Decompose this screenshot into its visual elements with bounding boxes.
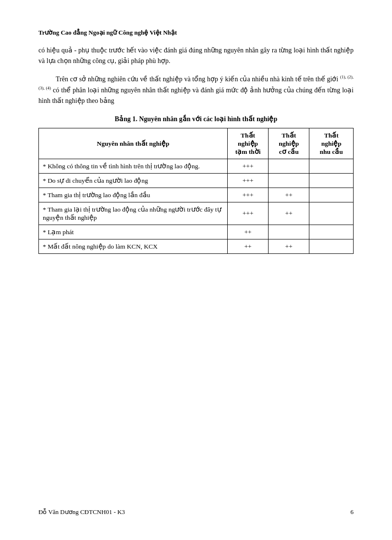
table-row: * Lạm phát++ — [39, 225, 354, 239]
cell-nhu-cau — [309, 239, 354, 254]
cell-co-cau: ++ — [269, 239, 309, 254]
p2-text-start: Trên cơ sở những nghiên cứu về thất nghi… — [56, 75, 340, 82]
col3-line3: cơ cấu — [279, 148, 299, 155]
col4-line2: nghiệp — [321, 140, 342, 147]
footer-left: Đỗ Văn Dương CĐTCNH01 - K3 — [38, 508, 125, 516]
cell-tam-thoi: +++ — [228, 174, 269, 188]
data-table: Nguyên nhân thất nghiệp Thất nghiệp tạm … — [38, 128, 354, 254]
col-header-tam-thoi: Thất nghiệp tạm thời — [228, 128, 269, 159]
table-row: * Tham gia thị trường lao động lần đầu++… — [39, 188, 354, 202]
col2-line1: Thất — [241, 132, 255, 139]
cell-tam-thoi: +++ — [228, 159, 269, 174]
header-title: Trường Cao đẳng Ngoại ngữ Công nghệ Việt… — [38, 29, 354, 37]
col3-line2: nghiệp — [279, 140, 299, 147]
indent-space — [38, 74, 56, 84]
cell-tam-thoi: +++ — [228, 188, 269, 202]
col4-line3: nhu cầu — [319, 148, 343, 155]
cell-co-cau: ++ — [269, 202, 309, 225]
table-body: * Không có thông tin về tình hình trên t… — [39, 159, 354, 254]
cell-co-cau — [269, 225, 309, 239]
cell-co-cau — [269, 159, 309, 174]
table-header-row: Nguyên nhân thất nghiệp Thất nghiệp tạm … — [39, 128, 354, 159]
col-header-nhu-cau: Thất nghiệp nhu cầu — [309, 128, 354, 159]
cell-tam-thoi: +++ — [228, 202, 269, 225]
table-title: Bảng 1. Nguyên nhân gắn với các loại hìn… — [38, 115, 354, 123]
p2-text-end: có thể phân loại những nguyên nhân thất … — [38, 86, 354, 104]
cell-reason: * Lạm phát — [39, 225, 228, 239]
table-row: * Không có thông tin về tình hình trên t… — [39, 159, 354, 174]
table-row: * Do sự di chuyển của người lao động+++ — [39, 174, 354, 188]
col4-line1: Thất — [324, 132, 339, 139]
cell-nhu-cau — [309, 159, 354, 174]
cell-co-cau: ++ — [269, 188, 309, 202]
cell-nhu-cau — [309, 174, 354, 188]
col-header-reason: Nguyên nhân thất nghiệp — [39, 128, 228, 159]
paragraph-1: có hiệu quả - phụ thuộc trước hết vào vi… — [38, 45, 354, 67]
col-header-co-cau: Thất nghiệp cơ cấu — [269, 128, 309, 159]
paragraph-2: Trên cơ sở những nghiên cứu về thất nghi… — [38, 74, 354, 106]
table-row: * Mất đất nông nghiệp do làm KCN, KCX+++… — [39, 239, 354, 254]
cell-nhu-cau — [309, 202, 354, 225]
cell-nhu-cau — [309, 225, 354, 239]
page: Trường Cao đẳng Ngoại ngữ Công nghệ Việt… — [0, 0, 392, 540]
cell-reason: * Do sự di chuyển của người lao động — [39, 174, 228, 188]
cell-reason: * Tham gia thị trường lao động lần đầu — [39, 188, 228, 202]
cell-nhu-cau — [309, 188, 354, 202]
footer-right: 6 — [351, 508, 354, 516]
col3-line1: Thất — [282, 132, 296, 139]
cell-tam-thoi: ++ — [228, 225, 269, 239]
cell-co-cau — [269, 174, 309, 188]
cell-reason: * Tham gia lại thị trường lao động của n… — [39, 202, 228, 225]
cell-reason: * Mất đất nông nghiệp do làm KCN, KCX — [39, 239, 228, 254]
col1-label: Nguyên nhân thất nghiệp — [97, 140, 169, 147]
col2-line3: tạm thời — [235, 148, 261, 155]
cell-reason: * Không có thông tin về tình hình trên t… — [39, 159, 228, 174]
table-row: * Tham gia lại thị trường lao động của n… — [39, 202, 354, 225]
cell-tam-thoi: ++ — [228, 239, 269, 254]
footer: Đỗ Văn Dương CĐTCNH01 - K3 6 — [38, 508, 354, 516]
col2-line2: nghiệp — [238, 140, 258, 147]
